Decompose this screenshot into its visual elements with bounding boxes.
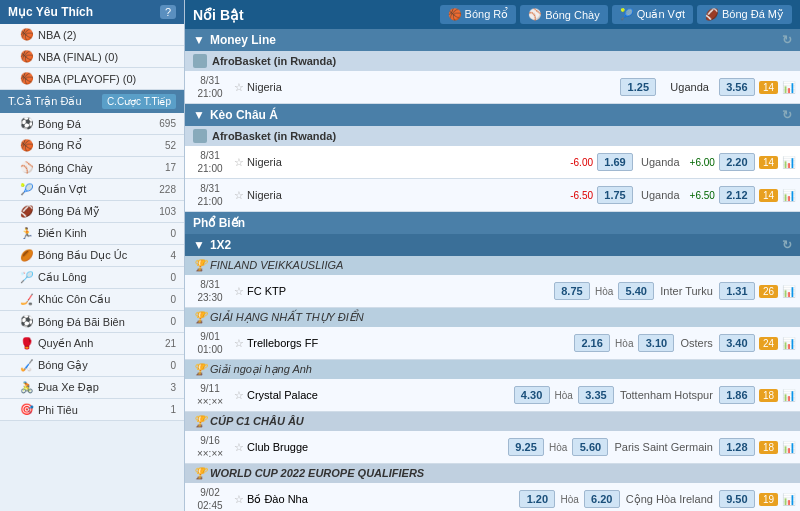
oddsm-cl[interactable]: 5.60 bbox=[572, 438, 608, 456]
sport-tab-bongro[interactable]: 🏀 Bóng Rổ bbox=[440, 5, 517, 24]
odds2-wc[interactable]: 9.50 bbox=[719, 490, 755, 508]
chart-keo1-icon[interactable]: 📊 bbox=[782, 156, 796, 169]
money-line-left: ▼ Money Line bbox=[193, 33, 276, 47]
baseball-icon: ⚾ bbox=[20, 161, 34, 174]
sidebar-item-quanvot[interactable]: 🎾 Quần Vợt 228 bbox=[0, 179, 184, 201]
odds1-keo1[interactable]: 1.69 bbox=[597, 153, 633, 171]
star-ml[interactable]: ☆ bbox=[234, 81, 244, 94]
match-date-ml: 8/31 21:00 bbox=[189, 74, 231, 100]
oddsm-wc[interactable]: 6.20 bbox=[584, 490, 620, 508]
refresh-1x2[interactable]: ↻ bbox=[782, 238, 792, 252]
afrobasket-keo-header: AfroBasket (in Rwanda) bbox=[185, 126, 800, 146]
chart-wc-icon[interactable]: 📊 bbox=[782, 493, 796, 506]
home-wc: Bồ Đào Nha bbox=[247, 493, 519, 506]
collapse-arrow-moneyline[interactable]: ▼ bbox=[193, 33, 205, 47]
odds2-keo2[interactable]: 2.12 bbox=[719, 186, 755, 204]
1x2-left: ▼ 1X2 bbox=[193, 238, 231, 252]
basketball-tab-icon: 🏀 bbox=[448, 8, 462, 21]
basketball-playoff-icon: 🏀 bbox=[20, 72, 34, 85]
sidebar-section-all[interactable]: T.Cả Trận Đấu C.Cược T.Tiếp bbox=[0, 90, 184, 113]
odds1-epl[interactable]: 4.30 bbox=[514, 386, 550, 404]
sidebar-item-beachsoccer[interactable]: ⚽ Bóng Đá Bãi Biên 0 bbox=[0, 311, 184, 333]
chart-cl-icon[interactable]: 📊 bbox=[782, 441, 796, 454]
odds2-sweden[interactable]: 3.40 bbox=[719, 334, 755, 352]
odds-wc: 1.20 Hòa 6.20 Cộng Hòa Ireland 9.50 19 📊 bbox=[519, 490, 796, 508]
star-finland[interactable]: ☆ bbox=[234, 285, 244, 298]
sidebar-item-bongda[interactable]: ⚽ Bóng Đá 695 bbox=[0, 113, 184, 135]
table-row: 8/31 23:30 ☆ FC KTP 8.75 Hòa 5.40 Inter … bbox=[185, 275, 800, 308]
hdp-right-keo2: +6.50 bbox=[690, 190, 715, 201]
refresh-moneyline[interactable]: ↻ bbox=[782, 33, 792, 47]
odds2-keo1[interactable]: 2.20 bbox=[719, 153, 755, 171]
chart-finland-icon[interactable]: 📊 bbox=[782, 285, 796, 298]
star-epl[interactable]: ☆ bbox=[234, 389, 244, 402]
odds2-finland[interactable]: 1.31 bbox=[719, 282, 755, 300]
chart-keo2-icon[interactable]: 📊 bbox=[782, 189, 796, 202]
phobien-left: Phổ Biến bbox=[193, 216, 245, 230]
home-sweden: Trelleborgs FF bbox=[247, 337, 574, 349]
football-tab-icon: 🏈 bbox=[705, 8, 719, 21]
oddsm-finland[interactable]: 5.40 bbox=[618, 282, 654, 300]
bongro-left: 🏀 Bóng Rổ bbox=[20, 139, 82, 152]
sidebar-item-bongchay[interactable]: ⚾ Bóng Chày 17 bbox=[0, 157, 184, 179]
sidebar-item-dienkinh[interactable]: 🏃 Điền Kinh 0 bbox=[0, 223, 184, 245]
sidebar-item-boxing[interactable]: 🥊 Quyền Anh 21 bbox=[0, 333, 184, 355]
star-wc[interactable]: ☆ bbox=[234, 493, 244, 506]
odds2-epl[interactable]: 1.86 bbox=[719, 386, 755, 404]
collapse-arrow-1x2[interactable]: ▼ bbox=[193, 238, 205, 252]
match-date-finland: 8/31 23:30 bbox=[189, 278, 231, 304]
home-finland: FC KTP bbox=[247, 285, 554, 297]
away-sweden: Osters bbox=[680, 337, 712, 349]
odds1-finland[interactable]: 8.75 bbox=[554, 282, 590, 300]
oddsm-epl[interactable]: 3.35 bbox=[578, 386, 614, 404]
sidebar-item-darts[interactable]: 🎯 Phi Tiêu 1 bbox=[0, 399, 184, 421]
odds1-wc[interactable]: 1.20 bbox=[519, 490, 555, 508]
sport-tab-bongdamy[interactable]: 🏈 Bóng Đá Mỹ bbox=[697, 5, 792, 24]
hdp-right-keo1: +6.00 bbox=[690, 157, 715, 168]
star-sweden[interactable]: ☆ bbox=[234, 337, 244, 350]
collapse-arrow-keo[interactable]: ▼ bbox=[193, 108, 205, 122]
chart-sweden-icon[interactable]: 📊 bbox=[782, 337, 796, 350]
sidebar-item-bonggay[interactable]: 🏑 Bóng Gậy 0 bbox=[0, 355, 184, 377]
odds1-cl[interactable]: 9.25 bbox=[508, 438, 544, 456]
sidebar-item-bongdamy[interactable]: 🏈 Bóng Đá Mỹ 103 bbox=[0, 201, 184, 223]
odds1-ml[interactable]: 1.25 bbox=[620, 78, 656, 96]
sidebar-item-caulong[interactable]: 🏸 Cầu Lông 0 bbox=[0, 267, 184, 289]
sidebar-item-rugby[interactable]: 🏉 Bóng Bầu Dục Úc 4 bbox=[0, 245, 184, 267]
refresh-keo[interactable]: ↻ bbox=[782, 108, 792, 122]
sidebar-item-hockey[interactable]: 🏒 Khúc Côn Cầu 0 bbox=[0, 289, 184, 311]
help-button[interactable]: ? bbox=[160, 5, 176, 19]
count-keo2: 14 bbox=[759, 189, 778, 202]
mid-label-finland: Hòa bbox=[595, 286, 613, 297]
bongchay-left: ⚾ Bóng Chày bbox=[20, 161, 92, 174]
chart-epl-icon[interactable]: 📊 bbox=[782, 389, 796, 402]
table-row: 9/11 ××:×× ☆ Crystal Palace 4.30 Hòa 3.3… bbox=[185, 379, 800, 412]
sidebar-item-nba-left: 🏀 NBA (2) bbox=[20, 28, 77, 41]
odds1-keo2[interactable]: 1.75 bbox=[597, 186, 633, 204]
sidebar-item-bongro[interactable]: 🏀 Bóng Rổ 52 bbox=[0, 135, 184, 157]
money-line-section: ▼ Money Line ↻ bbox=[185, 29, 800, 51]
away-cl: Paris Saint Germain bbox=[614, 441, 712, 453]
odds2-cl[interactable]: 1.28 bbox=[719, 438, 755, 456]
epl-league-header: 🏆 Giải ngoại hạng Anh bbox=[185, 360, 800, 379]
bonggay-left: 🏑 Bóng Gậy bbox=[20, 359, 88, 372]
odds1-sweden[interactable]: 2.16 bbox=[574, 334, 610, 352]
sport-tab-bongchay[interactable]: ⚾ Bóng Chày bbox=[520, 5, 607, 24]
sidebar-item-nba-final[interactable]: 🏀 NBA (FINAL) (0) bbox=[0, 46, 184, 68]
star-keo2[interactable]: ☆ bbox=[234, 189, 244, 202]
star-cl[interactable]: ☆ bbox=[234, 441, 244, 454]
odds2-ml[interactable]: 3.56 bbox=[719, 78, 755, 96]
sidebar-item-nba[interactable]: 🏀 NBA (2) bbox=[0, 24, 184, 46]
sport-tab-quanvot[interactable]: 🎾 Quần Vợt bbox=[612, 5, 693, 24]
chart-ml-icon[interactable]: 📊 bbox=[782, 81, 796, 94]
oddsm-sweden[interactable]: 3.10 bbox=[638, 334, 674, 352]
darts-icon: 🎯 bbox=[20, 403, 34, 416]
cycling-left: 🚴 Đua Xe Đạp bbox=[20, 381, 99, 394]
phobien-title: Phổ Biến bbox=[193, 216, 245, 230]
mid-label-wc: Hòa bbox=[560, 494, 578, 505]
cycling-icon: 🚴 bbox=[20, 381, 34, 394]
star-keo1[interactable]: ☆ bbox=[234, 156, 244, 169]
sidebar-item-cycling[interactable]: 🚴 Đua Xe Đạp 3 bbox=[0, 377, 184, 399]
sidebar-header: Mục Yêu Thích ? bbox=[0, 0, 184, 24]
sidebar-item-nba-playoff[interactable]: 🏀 NBA (PLAYOFF) (0) bbox=[0, 68, 184, 90]
